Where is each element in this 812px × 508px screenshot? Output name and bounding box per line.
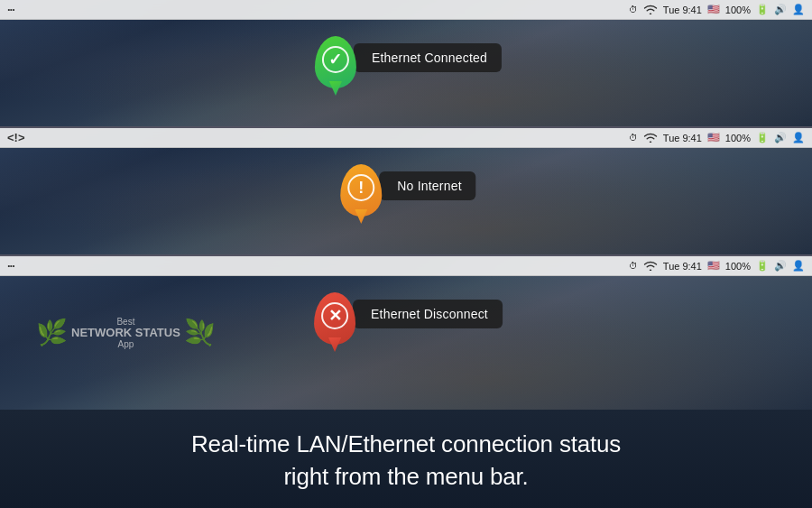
menubar-3: ··· ⏱ Tue 9:41 🇺🇸 100% 🔋 🔊 👤 (0, 256, 812, 276)
speedometer-icon-3: ⏱ (629, 261, 638, 271)
main-text-line2: right from the menu bar. (283, 463, 528, 490)
battery-3: 100% (725, 261, 751, 272)
award-title: NETWORK STATUS (71, 327, 180, 339)
laurel-left: 🌿 (36, 320, 68, 346)
volume-icon-1: 🔊 (774, 4, 787, 15)
battery-1: 100% (725, 5, 751, 15)
status-label-disconnect: Ethernet Disconnect (353, 300, 503, 328)
cross-icon: ✕ (328, 308, 342, 324)
main-description: Real-time LAN/Ethernet connection status… (191, 429, 621, 492)
check-icon: ✓ (328, 51, 342, 68)
flag-icon-3: 🇺🇸 (707, 260, 720, 272)
teardrop-disconnect: ✕ (314, 292, 355, 345)
status-circle-disconnect: ✕ (321, 302, 348, 329)
panel-connected: ··· ⏱ Tue 9:41 🇺🇸 100% 🔋 🔊 👤 ✓ (0, 0, 812, 126)
menubar-2: <!> ⏱ Tue 9:41 🇺🇸 100% 🔋 🔊 👤 (0, 128, 812, 148)
menubar-left-2: <!> (7, 131, 25, 144)
battery-2: 100% (725, 133, 751, 143)
menubar-right-2: ⏱ Tue 9:41 🇺🇸 100% 🔋 🔊 👤 (629, 132, 805, 144)
flag-icon-1: 🇺🇸 (707, 4, 720, 15)
award-text: Best NETWORK STATUS App (71, 317, 180, 349)
status-circle-connected: ✓ (322, 46, 349, 73)
teardrop-no-internet: ! (340, 164, 382, 217)
network-status-icon-3: ··· (7, 259, 14, 272)
panel-disconnect: ··· ⏱ Tue 9:41 🇺🇸 100% 🔋 🔊 👤 🌿 Best (0, 256, 812, 410)
laurel-wrapper: 🌿 Best NETWORK STATUS App 🌿 (36, 317, 216, 349)
volume-icon-2: 🔊 (774, 132, 787, 143)
time-1: Tue 9:41 (663, 5, 702, 15)
user-icon-1: 👤 (792, 4, 805, 15)
teardrop-connected: ✓ (315, 36, 356, 88)
award-app: App (71, 339, 180, 349)
status-circle-no-internet: ! (347, 174, 374, 201)
speedometer-icon-2: ⏱ (629, 133, 638, 143)
flag-icon-2: 🇺🇸 (707, 132, 720, 143)
wifi-icon-2 (643, 132, 658, 144)
network-status-icon-1: ··· (7, 3, 14, 16)
menubar-right-1: ⏱ Tue 9:41 🇺🇸 100% 🔋 🔊 👤 (629, 4, 805, 16)
panel-no-internet: <!> ⏱ Tue 9:41 🇺🇸 100% 🔋 🔊 👤 ! (0, 128, 812, 254)
status-label-connected: Ethernet Connected (354, 43, 502, 72)
bottom-section: Real-time LAN/Ethernet connection status… (0, 410, 812, 508)
battery-icon-1: 🔋 (756, 4, 769, 15)
menubar-right-3: ⏱ Tue 9:41 🇺🇸 100% 🔋 🔊 👤 (629, 260, 805, 272)
network-status-icon-2: <!> (7, 131, 25, 144)
status-icon-wrapper-connected: ✓ (310, 27, 361, 88)
exclaim-icon: ! (358, 180, 364, 196)
battery-icon-3: 🔋 (756, 260, 769, 272)
time-3: Tue 9:41 (663, 261, 702, 272)
volume-icon-3: 🔊 (774, 260, 787, 272)
menubar-1: ··· ⏱ Tue 9:41 🇺🇸 100% 🔋 🔊 👤 (0, 0, 812, 20)
status-icon-wrapper-no-internet: ! (336, 155, 386, 217)
speedometer-icon-1: ⏱ (629, 5, 638, 14)
user-icon-2: 👤 (792, 132, 805, 143)
status-icon-wrapper-disconnect: ✕ (309, 283, 360, 345)
status-label-no-internet: No Internet (379, 171, 475, 200)
award-badge: 🌿 Best NETWORK STATUS App 🌿 (36, 317, 216, 349)
battery-icon-2: 🔋 (756, 132, 769, 143)
user-icon-3: 👤 (792, 260, 805, 272)
menubar-left-3: ··· (7, 259, 14, 272)
laurel-right: 🌿 (184, 320, 216, 346)
main-text-line1: Real-time LAN/Ethernet connection status (191, 430, 621, 457)
time-2: Tue 9:41 (663, 133, 702, 143)
menubar-left-1: ··· (7, 3, 14, 16)
wifi-icon-3 (643, 260, 658, 272)
wifi-icon-1 (643, 4, 658, 16)
status-popup-disconnect: ✕ Ethernet Disconnect (309, 283, 503, 345)
status-popup-connected: ✓ Ethernet Connected (310, 27, 502, 88)
status-popup-no-internet: ! No Internet (336, 155, 475, 217)
